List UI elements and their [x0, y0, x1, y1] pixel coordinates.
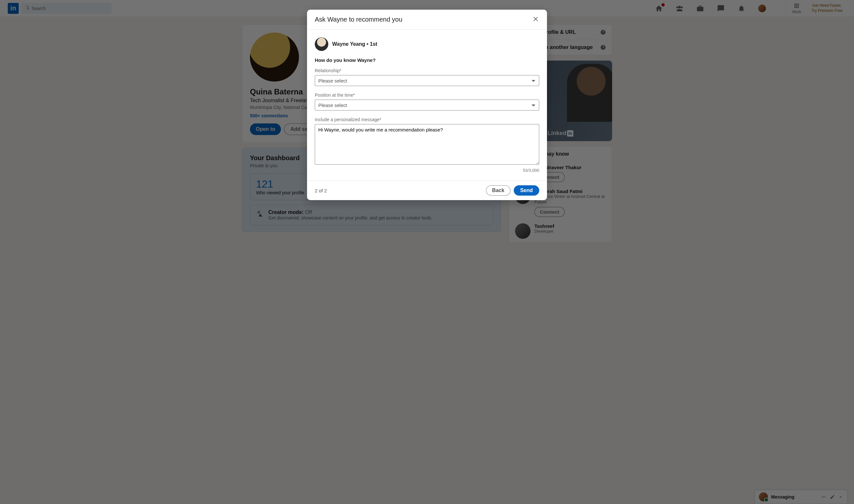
char-counter: 53/3,000 — [315, 168, 539, 173]
message-label: Include a personalized message* — [315, 117, 539, 122]
position-label: Position at the time* — [315, 92, 539, 98]
relationship-label: Relationship* — [315, 68, 539, 73]
recommend-person: Wayne Yeang • 1st — [315, 37, 539, 51]
send-button[interactable]: Send — [514, 185, 539, 196]
avatar — [315, 37, 328, 51]
position-select[interactable]: Please select — [315, 100, 539, 110]
modal-body: Wayne Yeang • 1st How do you know Wayne?… — [307, 30, 547, 180]
step-indicator: 2 of 2 — [315, 188, 327, 193]
position-field: Position at the time* Please select — [315, 92, 539, 110]
back-button[interactable]: Back — [486, 185, 510, 196]
relationship-select[interactable]: Please select — [315, 75, 539, 86]
close-icon — [532, 16, 539, 22]
message-field: Include a personalized message* 53/3,000 — [315, 117, 539, 173]
close-button[interactable] — [532, 16, 539, 23]
relationship-field: Relationship* Please select — [315, 68, 539, 86]
modal-overlay: Ask Wayne to recommend you Wayne Yeang •… — [0, 0, 854, 248]
message-textarea[interactable] — [315, 124, 539, 165]
person-name-degree: Wayne Yeang • 1st — [332, 41, 377, 47]
recommend-modal: Ask Wayne to recommend you Wayne Yeang •… — [307, 10, 547, 200]
modal-title: Ask Wayne to recommend you — [315, 16, 402, 23]
modal-footer: 2 of 2 Back Send — [307, 180, 547, 200]
modal-header: Ask Wayne to recommend you — [307, 10, 547, 30]
modal-question: How do you know Wayne? — [315, 57, 539, 63]
